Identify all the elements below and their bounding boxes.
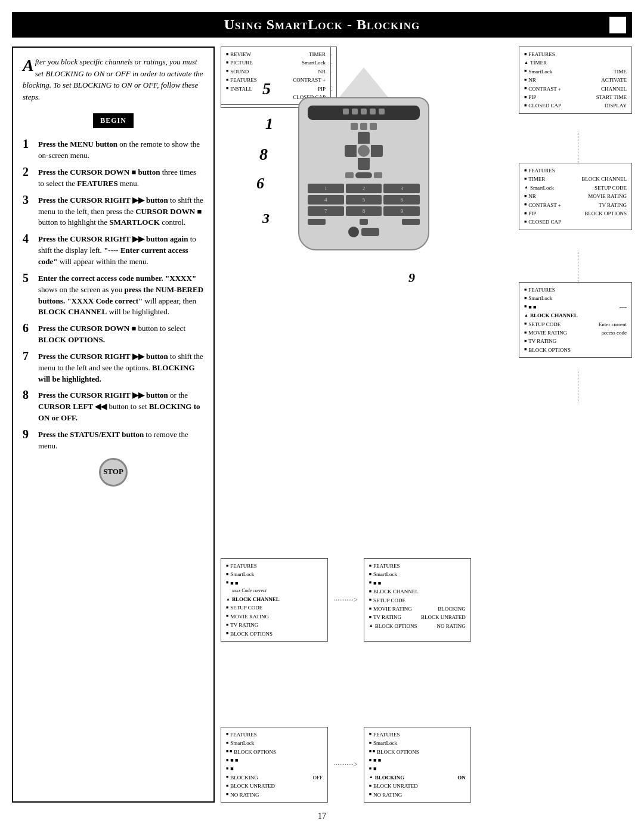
remote-btn[interactable] [379, 109, 385, 114]
remote-btn[interactable] [352, 109, 358, 114]
step-9-num: 9 [23, 428, 36, 440]
right-panel: ■ REVIEW MOVIE RATING ■ PICTURE — — — — … [221, 47, 632, 803]
num-btn-1[interactable]: 1 [308, 184, 344, 193]
remote-btn-oval[interactable] [355, 172, 372, 178]
step-1-content: Press the MENU button on the remote to s… [38, 139, 204, 162]
overlay-9: 9 [408, 270, 415, 286]
left-panel: A fter you block specific channels or ra… [12, 47, 215, 803]
screen-box-2: ■FEATURES ▲TIMER ■SmartLockTIME ■NRACTIV… [519, 47, 632, 114]
step-3-num: 3 [23, 194, 36, 206]
step-3: 3 Press the CURSOR RIGHT ▶▶ button to sh… [23, 195, 204, 229]
num-btn-8[interactable]: 8 [346, 206, 382, 216]
row-5: ■FEATURES ■SmartLock ■■ ■ xxxx Code corr… [221, 558, 632, 642]
step-8-content: Press the CURSOR RIGHT ▶▶ button or the … [38, 390, 204, 424]
screen-box-6-right: ■FEATURES ■SmartLock ■ ■BLOCK OPTIONS ■■… [364, 727, 471, 803]
number-grid: 1 2 3 4 5 6 7 8 9 [308, 184, 420, 216]
screen-box-6-left: ■FEATURES ■SmartLock ■ ■BLOCK OPTIONS ■■… [221, 727, 328, 803]
main-content: A fter you block specific channels or ra… [12, 47, 632, 803]
mid-buttons [345, 172, 382, 178]
remote-body: 1 2 3 4 5 6 7 8 9 [298, 97, 429, 250]
sbox-item: ■ PICTURE SmartLock [226, 58, 326, 67]
step-7-content: Press the CURSOR RIGHT ▶▶ button to shif… [38, 351, 204, 385]
remote-btn[interactable] [361, 228, 379, 236]
num-btn-6[interactable]: 6 [383, 195, 420, 205]
screen-box-5-right: ■FEATURES ■SmartLock ■■ ■ ■BLOCK CHANNEL… [364, 558, 471, 642]
step-5: 5 Enter the correct access code number. … [23, 273, 204, 318]
nav-top-row [351, 123, 377, 130]
screen-box-3: ■FEATURES ■TIMERBLOCK CHANNEL ▲SmartLock… [519, 163, 632, 230]
step-4-content: Press the CURSOR RIGHT ▶▶ button again t… [38, 234, 204, 268]
arrow-connector-5: ···········> [334, 596, 358, 605]
intro-text: A fter you block specific channels or ra… [23, 56, 204, 103]
remote-control: 5 1 8 6 3 2 3 4 3 4 7 8 9 [298, 97, 429, 250]
step-1: 1 Press the MENU button on the remote to… [23, 139, 204, 162]
remote-top [308, 106, 420, 120]
screen-box-5-left: ■FEATURES ■SmartLock ■■ ■ xxxx Code corr… [221, 558, 328, 642]
dpad-down[interactable] [358, 158, 370, 170]
bottom-row-1 [308, 219, 420, 225]
remote-btn[interactable] [360, 123, 367, 130]
step-7: 7 Press the CURSOR RIGHT ▶▶ button to sh… [23, 351, 204, 385]
sbox-item: ■ REVIEW TIMER [226, 50, 326, 58]
num-btn-7[interactable]: 7 [308, 206, 344, 216]
num-btn-3[interactable]: 3 [383, 184, 420, 193]
overlay-8: 8 [259, 145, 268, 164]
remote-btn[interactable] [374, 172, 382, 178]
remote-btn[interactable] [351, 123, 358, 130]
sbox-item: ■ INSTALL PIP [226, 85, 326, 93]
step-4-num: 4 [23, 233, 36, 244]
dpad-left[interactable] [345, 145, 357, 157]
step-1-num: 1 [23, 138, 36, 150]
step-2: 2 Press the CURSOR DOWN ■ button three t… [23, 167, 204, 190]
screen-box-1-right: ■ REVIEW TIMER ■ PICTURE SmartLock ■ SOU… [221, 47, 331, 105]
bottom-row-2 [308, 227, 420, 237]
num-btn-4[interactable]: 4 [308, 195, 344, 205]
remote-nav-area [308, 123, 420, 181]
remote-top-buttons [343, 109, 385, 114]
page-number: 17 [12, 812, 632, 821]
remote-btn[interactable] [345, 172, 354, 178]
arrow-connector-6: ···········> [334, 760, 358, 769]
num-btn-9[interactable]: 9 [383, 206, 420, 216]
dpad-up[interactable] [358, 132, 370, 144]
begin-badge: BEGIN [93, 113, 134, 128]
connector-line-3 [578, 371, 578, 401]
num-btn-2[interactable]: 2 [346, 184, 382, 193]
step-9: 9 Press the STATUS/EXIT button to remove… [23, 429, 204, 452]
dpad-right[interactable] [371, 145, 383, 157]
num-btn-5[interactable]: 5 [346, 195, 382, 205]
remote-btn[interactable] [402, 219, 420, 225]
remote-btn[interactable] [370, 123, 377, 130]
begin-wrapper: BEGIN [23, 110, 204, 134]
remote-btn[interactable] [308, 219, 326, 225]
overlay-6: 6 [256, 175, 264, 193]
step-5-num: 5 [23, 272, 36, 284]
step-4: 4 Press the CURSOR RIGHT ▶▶ button again… [23, 234, 204, 268]
sbox-item: ■ SOUND NR [226, 67, 326, 76]
step-2-content: Press the CURSOR DOWN ■ button three tim… [38, 167, 204, 190]
remote-btn[interactable] [370, 109, 376, 114]
remote-btn[interactable] [343, 109, 349, 114]
step-6-num: 6 [23, 322, 36, 334]
remote-btn[interactable] [361, 109, 367, 114]
remote-btn-circle[interactable] [348, 227, 359, 237]
page-wrapper: Using SmartLock - Blocking A fter you bl… [0, 0, 644, 833]
dpad [345, 132, 383, 170]
step-5-content: Enter the correct access code number. "X… [38, 273, 204, 318]
step-6-content: Press the CURSOR DOWN ■ button to select… [38, 323, 204, 346]
dpad-center[interactable] [358, 145, 370, 157]
step-3-content: Press the CURSOR RIGHT ▶▶ button to shif… [38, 195, 204, 229]
remote-btn[interactable] [360, 219, 368, 225]
step-2-num: 2 [23, 166, 36, 178]
drop-cap: A [23, 57, 34, 74]
corner-decoration [609, 17, 626, 33]
step-8-num: 8 [23, 389, 36, 401]
connector-line-1 [578, 133, 578, 163]
overlay-1: 1 [265, 115, 273, 133]
step-7-num: 7 [23, 350, 36, 362]
overlay-num3: 3 [262, 210, 270, 227]
row-6: ■FEATURES ■SmartLock ■ ■BLOCK OPTIONS ■■… [221, 727, 632, 803]
screen-box-4: ■FEATURES ■SmartLock ■■ ■---- ▲BLOCK CHA… [519, 282, 632, 358]
page-num-text: 17 [318, 812, 326, 820]
step-8: 8 Press the CURSOR RIGHT ▶▶ button or th… [23, 390, 204, 424]
